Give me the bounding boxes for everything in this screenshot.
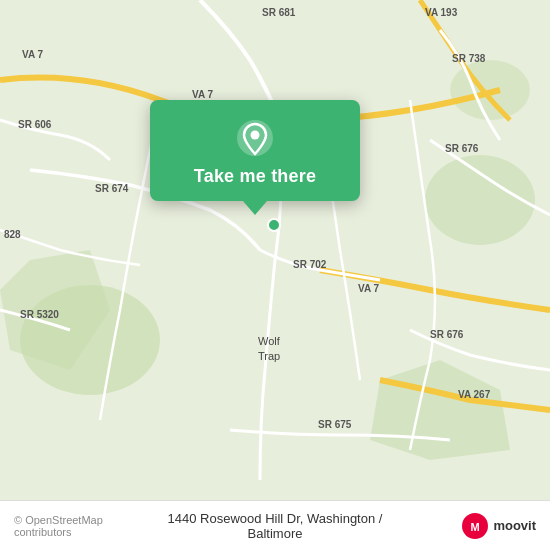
svg-text:SR 675: SR 675	[318, 419, 352, 430]
brand-logo: M moovit	[406, 512, 537, 540]
svg-text:VA 7: VA 7	[22, 49, 44, 60]
svg-point-25	[251, 131, 260, 140]
brand-text: moovit	[493, 518, 536, 533]
svg-text:SR 674: SR 674	[95, 183, 129, 194]
svg-point-2	[425, 155, 535, 245]
svg-text:Trap: Trap	[258, 350, 280, 362]
svg-text:828: 828	[4, 229, 21, 240]
svg-text:Wolf: Wolf	[258, 335, 281, 347]
svg-text:VA 7: VA 7	[192, 89, 214, 100]
copyright-text: © OpenStreetMap contributors	[14, 514, 145, 538]
map-svg: VA 193 SR 681 VA 7 SR 738 SR 606 SR 676 …	[0, 0, 550, 500]
svg-text:VA 7: VA 7	[358, 283, 380, 294]
map-container: VA 193 SR 681 VA 7 SR 738 SR 606 SR 676 …	[0, 0, 550, 500]
address-text: 1440 Rosewood Hill Dr, Washington / Balt…	[145, 511, 406, 541]
svg-text:VA 193: VA 193	[425, 7, 458, 18]
svg-text:SR 702: SR 702	[293, 259, 327, 270]
take-me-there-button[interactable]: Take me there	[150, 100, 360, 201]
svg-text:SR 738: SR 738	[452, 53, 486, 64]
bottom-bar: © OpenStreetMap contributors 1440 Rosewo…	[0, 500, 550, 550]
location-pin-icon	[235, 118, 275, 158]
svg-text:VA 267: VA 267	[458, 389, 491, 400]
svg-point-23	[268, 219, 280, 231]
popup-label: Take me there	[194, 166, 316, 187]
svg-text:SR 5320: SR 5320	[20, 309, 59, 320]
moovit-icon: M	[461, 512, 489, 540]
svg-text:SR 606: SR 606	[18, 119, 52, 130]
svg-text:SR 681: SR 681	[262, 7, 296, 18]
svg-text:SR 676: SR 676	[445, 143, 479, 154]
svg-text:M: M	[471, 521, 480, 533]
svg-text:SR 676: SR 676	[430, 329, 464, 340]
